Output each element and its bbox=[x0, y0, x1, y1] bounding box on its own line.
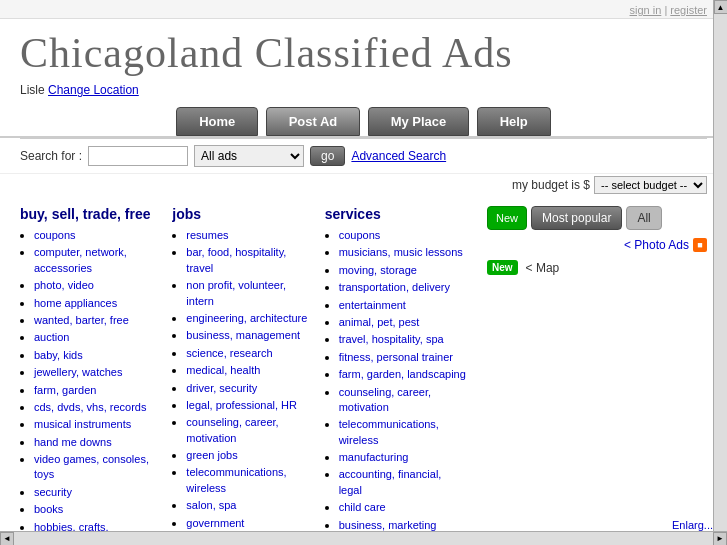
buy-sell-heading: buy, sell, trade, free bbox=[20, 206, 162, 222]
link-medical[interactable]: medical, health bbox=[186, 364, 260, 376]
list-item: science, research bbox=[186, 346, 314, 361]
map-link[interactable]: < Map bbox=[526, 261, 560, 275]
link-science[interactable]: science, research bbox=[186, 347, 272, 359]
advanced-search-link[interactable]: Advanced Search bbox=[351, 149, 446, 163]
scroll-left-arrow[interactable]: ◄ bbox=[0, 532, 14, 546]
list-item: transportation, delivery bbox=[339, 280, 467, 295]
link-business-mgmt[interactable]: business, management bbox=[186, 329, 300, 341]
link-legal-prof[interactable]: legal, professional, HR bbox=[186, 399, 297, 411]
link-computer[interactable]: computer, network, accessories bbox=[34, 246, 127, 273]
list-item: legal, professional, HR bbox=[186, 398, 314, 413]
register-link[interactable]: register bbox=[670, 4, 707, 16]
link-telecom-jobs[interactable]: telecommunications, wireless bbox=[186, 466, 286, 493]
link-home-appliances[interactable]: home appliances bbox=[34, 297, 117, 309]
link-salon[interactable]: salon, spa bbox=[186, 499, 236, 511]
list-item: counseling, career, motivation bbox=[339, 385, 467, 416]
buy-sell-list: coupons computer, network, accessories p… bbox=[20, 228, 162, 545]
search-input[interactable] bbox=[88, 146, 188, 166]
photo-ads-link[interactable]: < Photo Ads bbox=[624, 238, 689, 252]
link-animal[interactable]: animal, pet, pest bbox=[339, 316, 420, 328]
rss-icon[interactable]: ■ bbox=[693, 238, 707, 252]
nav-bar: Home Post Ad My Place Help bbox=[0, 103, 727, 138]
link-farm-garden-bs[interactable]: farm, garden bbox=[34, 384, 96, 396]
list-item: manufacturing bbox=[339, 450, 467, 465]
filter-new-button[interactable]: New bbox=[487, 206, 527, 230]
link-security-bs[interactable]: security bbox=[34, 486, 72, 498]
list-item: engineering, architecture bbox=[186, 311, 314, 326]
nav-help[interactable]: Help bbox=[477, 107, 551, 136]
link-wanted[interactable]: wanted, barter, free bbox=[34, 314, 129, 326]
list-item: books bbox=[34, 502, 162, 517]
header: Chicagoland Classified Ads bbox=[0, 19, 727, 81]
change-location-link[interactable]: Change Location bbox=[48, 83, 139, 97]
link-moving[interactable]: moving, storage bbox=[339, 264, 417, 276]
bottom-enlarge-link[interactable]: Enlarg... bbox=[672, 519, 713, 531]
link-coupons-svc[interactable]: coupons bbox=[339, 229, 381, 241]
list-item: counseling, career, motivation bbox=[186, 415, 314, 446]
list-item: driver, security bbox=[186, 381, 314, 396]
link-photo-video[interactable]: photo, video bbox=[34, 279, 94, 291]
link-green-jobs[interactable]: green jobs bbox=[186, 449, 237, 461]
link-hand-me-downs[interactable]: hand me downs bbox=[34, 436, 112, 448]
filter-all-button[interactable]: All bbox=[626, 206, 661, 230]
nav-home[interactable]: Home bbox=[176, 107, 258, 136]
main-content: buy, sell, trade, free coupons computer,… bbox=[0, 198, 727, 545]
list-item: home appliances bbox=[34, 296, 162, 311]
link-government[interactable]: government bbox=[186, 517, 244, 529]
list-item: resumes bbox=[186, 228, 314, 243]
link-manufacturing[interactable]: manufacturing bbox=[339, 451, 409, 463]
budget-label: my budget is $ bbox=[512, 178, 590, 192]
link-engineering[interactable]: engineering, architecture bbox=[186, 312, 307, 324]
link-books[interactable]: books bbox=[34, 503, 63, 515]
link-driver-security[interactable]: driver, security bbox=[186, 382, 257, 394]
list-item: government bbox=[186, 516, 314, 531]
link-video-games[interactable]: video games, consoles, toys bbox=[34, 453, 149, 480]
search-category-select[interactable]: All ads bbox=[194, 145, 304, 167]
link-fitness[interactable]: fitness, personal trainer bbox=[339, 351, 453, 363]
link-travel-hosp[interactable]: travel, hospitality, spa bbox=[339, 333, 444, 345]
services-column: services coupons musicians, music lesson… bbox=[325, 206, 477, 545]
link-resumes[interactable]: resumes bbox=[186, 229, 228, 241]
link-auction[interactable]: auction bbox=[34, 331, 69, 343]
link-counseling-svc[interactable]: counseling, career, motivation bbox=[339, 386, 431, 413]
list-item: security bbox=[34, 485, 162, 500]
scroll-right-arrow[interactable]: ► bbox=[713, 532, 727, 546]
new-badge-map: New bbox=[487, 260, 518, 275]
link-bar-food[interactable]: bar, food, hospitality, travel bbox=[186, 246, 286, 273]
link-telecom-svc[interactable]: telecommunications, wireless bbox=[339, 418, 439, 445]
list-item: hand me downs bbox=[34, 435, 162, 450]
list-item: jewellery, watches bbox=[34, 365, 162, 380]
budget-select[interactable]: -- select budget -- bbox=[594, 176, 707, 194]
link-musical[interactable]: musical instruments bbox=[34, 418, 131, 430]
scroll-up-arrow[interactable]: ▲ bbox=[714, 0, 728, 14]
link-entertainment[interactable]: entertainment bbox=[339, 299, 406, 311]
go-button[interactable]: go bbox=[310, 146, 345, 166]
list-item: coupons bbox=[34, 228, 162, 243]
list-item: accounting, financial, legal bbox=[339, 467, 467, 498]
nav-post-ad[interactable]: Post Ad bbox=[266, 107, 361, 136]
list-item: auction bbox=[34, 330, 162, 345]
list-item: farm, garden, landscaping bbox=[339, 367, 467, 382]
link-musicians[interactable]: musicians, music lessons bbox=[339, 246, 463, 258]
link-transportation[interactable]: transportation, delivery bbox=[339, 281, 450, 293]
link-non-profit[interactable]: non profit, volunteer, intern bbox=[186, 279, 286, 306]
link-accounting[interactable]: accounting, financial, legal bbox=[339, 468, 442, 495]
nav-my-place[interactable]: My Place bbox=[368, 107, 470, 136]
link-cds[interactable]: cds, dvds, vhs, records bbox=[34, 401, 147, 413]
link-baby-kids[interactable]: baby, kids bbox=[34, 349, 83, 361]
list-item: musical instruments bbox=[34, 417, 162, 432]
link-child-care[interactable]: child care bbox=[339, 501, 386, 513]
list-item: photo, video bbox=[34, 278, 162, 293]
link-jewellery[interactable]: jewellery, watches bbox=[34, 366, 122, 378]
filter-popular-button[interactable]: Most popular bbox=[531, 206, 622, 230]
list-item: salon, spa bbox=[186, 498, 314, 513]
link-counseling-jobs[interactable]: counseling, career, motivation bbox=[186, 416, 278, 443]
list-item: cds, dvds, vhs, records bbox=[34, 400, 162, 415]
signin-link[interactable]: sign in bbox=[630, 4, 662, 16]
list-item: telecommunications, wireless bbox=[339, 417, 467, 448]
link-farm-garden-svc[interactable]: farm, garden, landscaping bbox=[339, 368, 466, 380]
list-item: medical, health bbox=[186, 363, 314, 378]
link-business-mkt[interactable]: business, marketing bbox=[339, 519, 437, 531]
link-coupons-bs[interactable]: coupons bbox=[34, 229, 76, 241]
search-bar: Search for : All ads go Advanced Search bbox=[0, 139, 727, 174]
